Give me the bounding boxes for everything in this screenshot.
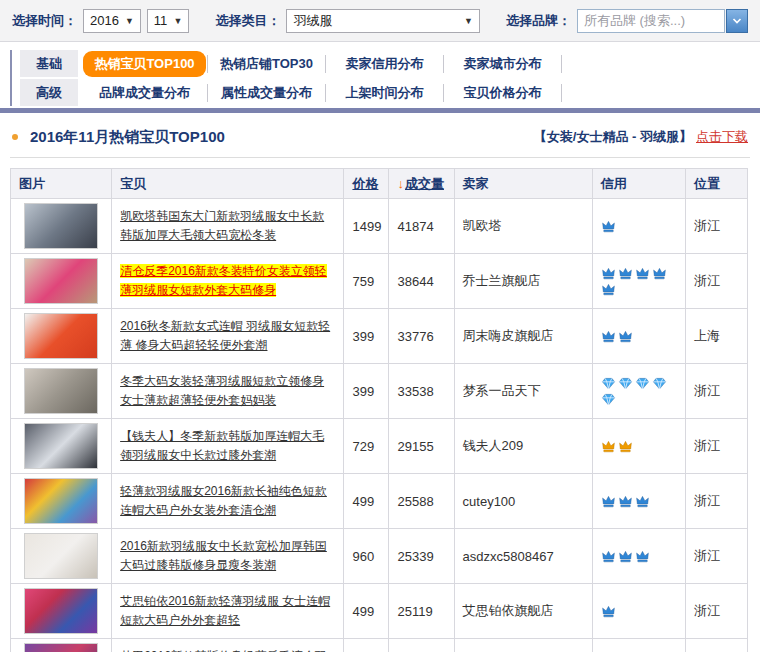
price-cell: 729 <box>344 419 389 474</box>
product-thumbnail[interactable] <box>24 533 98 579</box>
brand-combo <box>577 9 748 33</box>
section-divider <box>10 157 750 158</box>
product-thumbnail[interactable] <box>24 423 98 469</box>
price-cell: 759 <box>344 254 389 309</box>
price-cell: 960 <box>344 529 389 584</box>
volume-cell: 33776 <box>389 309 454 364</box>
tab-item[interactable]: 热销店铺TOP30 <box>208 55 326 73</box>
item-cell: 2016新款羽绒服女中长款宽松加厚韩国大码过膝韩版修身显瘦冬装潮 <box>112 529 344 584</box>
credit-cell <box>592 254 685 309</box>
product-thumbnail[interactable] <box>24 313 98 359</box>
product-title-link[interactable]: 清仓反季2016新款冬装特价女装立领轻薄羽绒服女短款外套大码修身 <box>120 264 327 297</box>
tab-label: 上架时间分布 <box>346 84 424 102</box>
brand-search-input[interactable] <box>577 9 725 33</box>
table-row: 凯欧塔韩国东大门新款羽绒服女中长款韩版加厚大毛领大码宽松冬装 1499 4187… <box>11 199 748 254</box>
seller-cell: 乔士兰旗舰店 <box>454 254 592 309</box>
col-header-price: 价格 <box>344 169 389 199</box>
location-cell: 浙江 <box>685 584 747 639</box>
col-header-item: 宝贝 <box>112 169 344 199</box>
crown-icon <box>618 266 633 281</box>
crown-icon <box>601 266 616 281</box>
table-row: 冬季大码女装轻薄羽绒服短款立领修身女士薄款超薄轻便外套妈妈装 399 33538… <box>11 364 748 419</box>
tab-item[interactable]: 热销宝贝TOP100 <box>82 55 208 73</box>
section-head: 2016年11月热销宝贝TOP100 【女装/女士精品 - 羽绒服】 点击下载 <box>0 119 760 155</box>
product-title-link[interactable]: 【钱夫人】冬季新款韩版加厚连帽大毛领羽绒服女中长款过膝外套潮 <box>120 429 324 462</box>
table-row: 轻薄款羽绒服女2016新款长袖纯色短款连帽大码户外女装外套清仓潮 499 255… <box>11 474 748 529</box>
table-row: 艾思铂依2016新款轻薄羽绒服 女士连帽短款大码户外外套超轻 499 25119… <box>11 584 748 639</box>
seller-cell: 艾思铂依旗舰店 <box>454 584 592 639</box>
volume-sort-link[interactable]: 成交量 <box>405 176 444 191</box>
crown-icon <box>601 282 616 297</box>
product-thumbnail[interactable] <box>24 588 98 634</box>
image-cell <box>11 474 112 529</box>
tab-label: 品牌成交量分布 <box>99 84 190 102</box>
item-cell: 凯欧塔韩国东大门新款羽绒服女中长款韩版加厚大毛领大码宽松冬装 <box>112 199 344 254</box>
caret-down-icon: ▼ <box>174 16 183 26</box>
seller-cell: 梦系一品天下 <box>454 364 592 419</box>
brand-dropdown-button[interactable] <box>726 9 748 33</box>
product-thumbnail[interactable] <box>24 478 98 524</box>
col-header-volume: ↓成交量 <box>389 169 454 199</box>
crown-icon <box>635 494 650 509</box>
col-header-image: 图片 <box>11 169 112 199</box>
tab-item[interactable]: 卖家城市分布 <box>444 55 562 73</box>
caret-down-icon: ▼ <box>125 16 134 26</box>
seller-cell: 钱夫人209 <box>454 419 592 474</box>
tab-label: 卖家信用分布 <box>346 55 424 73</box>
tab-item[interactable]: 上架时间分布 <box>326 84 444 102</box>
credit-cell <box>592 474 685 529</box>
col-header-credit: 信用 <box>592 169 685 199</box>
product-thumbnail[interactable] <box>24 258 98 304</box>
col-header-location: 位置 <box>685 169 747 199</box>
product-title-link[interactable]: 2016秋冬新款女式连帽 羽绒服女短款轻薄 修身大码超轻轻便外套潮 <box>120 319 330 352</box>
item-cell: 艾思铂依2016新款轻薄羽绒服 女士连帽短款大码户外外套超轻 <box>112 584 344 639</box>
bullet-icon <box>12 134 18 140</box>
tab-group-advanced-label: 高级 <box>20 79 78 106</box>
crown-icon <box>635 266 650 281</box>
tab-item[interactable]: 品牌成交量分布 <box>82 84 208 102</box>
year-select[interactable]: 2016 ▼ <box>83 9 141 33</box>
product-thumbnail[interactable] <box>24 643 98 652</box>
item-cell: 清仓反季2016新款冬装特价女装立领轻薄羽绒服女短款外套大码修身 <box>112 254 344 309</box>
advanced-tab-list: 品牌成交量分布属性成交量分布上架时间分布宝贝价格分布 <box>82 79 562 106</box>
product-title-link[interactable]: 冬季大码女装轻薄羽绒服短款立领修身女士薄款超薄轻便外套妈妈装 <box>120 374 324 407</box>
tab-label: 热销宝贝TOP100 <box>83 51 205 77</box>
crown-icon <box>601 329 616 344</box>
credit-cell <box>592 364 685 419</box>
product-title-link[interactable]: 2016新款羽绒服女中长款宽松加厚韩国大码过膝韩版修身显瘦冬装潮 <box>120 539 327 572</box>
tab-item[interactable]: 宝贝价格分布 <box>444 84 562 102</box>
price-sort-link[interactable]: 价格 <box>352 176 378 191</box>
location-cell: 浙江 <box>685 254 747 309</box>
product-title-link[interactable]: 凯欧塔韩国东大门新款羽绒服女中长款韩版加厚大毛领大码宽松冬装 <box>120 209 324 242</box>
image-cell <box>11 419 112 474</box>
crown-icon <box>601 549 616 564</box>
page: 选择时间： 2016 ▼ 11 ▼ 选择类目： 羽绒服 ▼ 选择品牌： <box>0 0 760 652</box>
location-cell: 浙江 <box>685 199 747 254</box>
crown-icon <box>601 439 616 454</box>
diamond-icon <box>601 376 616 391</box>
tabs-block: 基础 热销宝贝TOP100热销店铺TOP30卖家信用分布卖家城市分布 高级 品牌… <box>0 50 760 113</box>
tab-item[interactable]: 属性成交量分布 <box>208 84 326 102</box>
table-row: 2016秋冬新款女式连帽 羽绒服女短款轻薄 修身大码超轻轻便外套潮 399 33… <box>11 309 748 364</box>
price-cell: 499 <box>344 584 389 639</box>
credit-cell <box>592 529 685 584</box>
volume-cell: 38644 <box>389 254 454 309</box>
location-cell: 浙江 <box>685 364 747 419</box>
tab-item[interactable]: 卖家信用分布 <box>326 55 444 73</box>
product-thumbnail[interactable] <box>24 203 98 249</box>
image-cell <box>11 309 112 364</box>
credit-cell <box>592 309 685 364</box>
crown-icon <box>652 266 667 281</box>
image-cell <box>11 199 112 254</box>
product-title-link[interactable]: 轻薄款羽绒服女2016新款长袖纯色短款连帽大码户外女装外套清仓潮 <box>120 484 327 517</box>
basic-tab-list: 热销宝贝TOP100热销店铺TOP30卖家信用分布卖家城市分布 <box>82 50 562 77</box>
tab-group-basic-label: 基础 <box>20 50 78 77</box>
month-select[interactable]: 11 ▼ <box>147 9 190 33</box>
category-select[interactable]: 羽绒服 ▼ <box>286 9 480 33</box>
product-title-link[interactable]: 艾思铂依2016新款轻薄羽绒服 女士连帽短款大码户外外套超轻 <box>120 594 330 627</box>
volume-cell: 41874 <box>389 199 454 254</box>
location-cell: 浙江 <box>685 529 747 584</box>
product-thumbnail[interactable] <box>24 368 98 414</box>
download-link[interactable]: 点击下载 <box>696 128 748 146</box>
category-path: 【女装/女士精品 - 羽绒服】 <box>534 128 692 146</box>
